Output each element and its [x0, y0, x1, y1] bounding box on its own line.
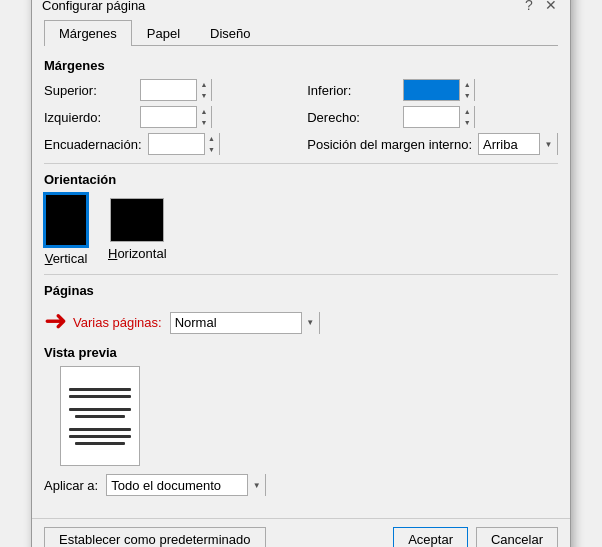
preview-line-3: [69, 408, 131, 411]
orient-vertical-label: Vertical: [45, 251, 88, 266]
pages-row-container: ➜ Varias páginas: Normal Márgenes simétr…: [44, 304, 558, 337]
encuadernacion-input[interactable]: 0 cm: [149, 134, 204, 154]
derecho-input-wrap: 3 cm ▲ ▼: [403, 106, 475, 128]
preview-line-2: [69, 395, 131, 398]
red-arrow-icon: ➜: [44, 304, 67, 337]
encuadernacion-spin-up[interactable]: ▲: [205, 133, 219, 144]
vista-previa-label: Vista previa: [44, 345, 558, 360]
cancelar-button[interactable]: Cancelar: [476, 527, 558, 547]
preview-gap-1: [69, 402, 131, 404]
posicion-label: Posición del margen interno:: [307, 137, 472, 152]
divider-2: [44, 274, 558, 275]
varias-label: Varias páginas:: [73, 315, 162, 330]
izquierdo-row: Izquierdo: 5 cm ▲ ▼: [44, 106, 287, 128]
orientacion-section: Orientación Vertical Horizontal: [44, 172, 558, 266]
margenes-label: Márgenes: [44, 58, 558, 73]
aplicar-select-wrap: Todo el documento De aquí en adelante ▼: [106, 474, 266, 496]
tab-margenes[interactable]: Márgenes: [44, 20, 132, 46]
preview-line-1: [69, 388, 131, 391]
izquierdo-label: Izquierdo:: [44, 110, 134, 125]
inferior-input[interactable]: 2,2 cm: [404, 80, 459, 100]
inferior-spin-down[interactable]: ▼: [460, 90, 474, 101]
superior-spin-arrows: ▲ ▼: [196, 79, 211, 101]
aplicar-row: Aplicar a: Todo el documento De aquí en …: [44, 474, 558, 496]
superior-spin-down[interactable]: ▼: [197, 90, 211, 101]
aplicar-label: Aplicar a:: [44, 478, 98, 493]
paginas-label: Páginas: [44, 283, 558, 298]
inferior-label: Inferior:: [307, 83, 397, 98]
tab-diseno[interactable]: Diseño: [195, 20, 265, 46]
encuadernacion-label: Encuadernación:: [44, 137, 142, 152]
preview-gap-2: [69, 422, 131, 424]
preview-line-4: [75, 415, 125, 418]
orient-horizontal-box[interactable]: [110, 198, 164, 242]
tab-papel[interactable]: Papel: [132, 20, 195, 46]
superior-spin-up[interactable]: ▲: [197, 79, 211, 90]
orient-vertical-box[interactable]: [44, 193, 88, 247]
posicion-select[interactable]: Arriba Izquierda: [479, 134, 539, 154]
derecho-spin-arrows: ▲ ▼: [459, 106, 474, 128]
posicion-row: Posición del margen interno: Arriba Izqu…: [307, 133, 558, 155]
izquierdo-input[interactable]: 5 cm: [141, 107, 196, 127]
divider-1: [44, 163, 558, 164]
encuadernacion-row: Encuadernación: 0 cm ▲ ▼: [44, 133, 287, 155]
preview-line-5: [69, 428, 131, 431]
predeterminado-button[interactable]: Establecer como predeterminado: [44, 527, 266, 547]
action-buttons: Aceptar Cancelar: [393, 527, 558, 547]
preview-line-6: [69, 435, 131, 438]
margenes-grid: Superior: 2,2 cm ▲ ▼ Inferior: 2,2 cm: [44, 79, 558, 155]
tabs-container: Márgenes Papel Diseño: [44, 20, 558, 46]
varias-select-arrow[interactable]: ▼: [301, 312, 319, 334]
superior-label: Superior:: [44, 83, 134, 98]
superior-row: Superior: 2,2 cm ▲ ▼: [44, 79, 287, 101]
vista-previa-section: Vista previa: [44, 345, 558, 466]
aplicar-select[interactable]: Todo el documento De aquí en adelante: [107, 475, 247, 495]
orient-vertical-option[interactable]: Vertical: [44, 193, 88, 266]
izquierdo-spin-down[interactable]: ▼: [197, 117, 211, 128]
superior-input-wrap: 2,2 cm ▲ ▼: [140, 79, 212, 101]
pages-row: Varias páginas: Normal Márgenes simétric…: [73, 312, 320, 334]
paginas-section: Páginas ➜ Varias páginas: Normal Márgene…: [44, 283, 558, 337]
derecho-spin-down[interactable]: ▼: [460, 117, 474, 128]
dialog: Configurar página ? ✕ Márgenes Papel Dis…: [31, 0, 571, 547]
varias-select-wrap: Normal Márgenes simétricos 2 páginas por…: [170, 312, 320, 334]
dialog-title: Configurar página: [42, 0, 145, 13]
derecho-spin-up[interactable]: ▲: [460, 106, 474, 117]
encuadernacion-spin-down[interactable]: ▼: [205, 144, 219, 155]
inferior-spin-up[interactable]: ▲: [460, 79, 474, 90]
posicion-select-wrap: Arriba Izquierda ▼: [478, 133, 558, 155]
aplicar-select-arrow[interactable]: ▼: [247, 474, 265, 496]
preview-line-7: [75, 442, 125, 445]
titlebar-controls: ? ✕: [520, 0, 560, 14]
posicion-select-arrow[interactable]: ▼: [539, 133, 557, 155]
preview-box: [60, 366, 140, 466]
orientation-options: Vertical Horizontal: [44, 193, 558, 266]
orientacion-label: Orientación: [44, 172, 558, 187]
encuadernacion-input-wrap: 0 cm ▲ ▼: [148, 133, 220, 155]
superior-input[interactable]: 2,2 cm: [141, 80, 196, 100]
bottom-bar: Establecer como predeterminado Aceptar C…: [32, 518, 570, 547]
inferior-spin-arrows: ▲ ▼: [459, 79, 474, 101]
derecho-label: Derecho:: [307, 110, 397, 125]
help-button[interactable]: ?: [520, 0, 538, 14]
varias-select[interactable]: Normal Márgenes simétricos 2 páginas por…: [171, 313, 301, 333]
encuadernacion-spin-arrows: ▲ ▼: [204, 133, 219, 155]
izquierdo-input-wrap: 5 cm ▲ ▼: [140, 106, 212, 128]
dialog-content: Márgenes Papel Diseño Márgenes Superior:…: [32, 20, 570, 518]
aceptar-button[interactable]: Aceptar: [393, 527, 468, 547]
derecho-row: Derecho: 3 cm ▲ ▼: [307, 106, 558, 128]
derecho-input[interactable]: 3 cm: [404, 107, 459, 127]
orient-horizontal-option[interactable]: Horizontal: [108, 198, 167, 261]
orient-horizontal-label: Horizontal: [108, 246, 167, 261]
close-button[interactable]: ✕: [542, 0, 560, 14]
izquierdo-spin-up[interactable]: ▲: [197, 106, 211, 117]
izquierdo-spin-arrows: ▲ ▼: [196, 106, 211, 128]
titlebar: Configurar página ? ✕: [32, 0, 570, 20]
inferior-input-wrap: 2,2 cm ▲ ▼: [403, 79, 475, 101]
inferior-row: Inferior: 2,2 cm ▲ ▼: [307, 79, 558, 101]
